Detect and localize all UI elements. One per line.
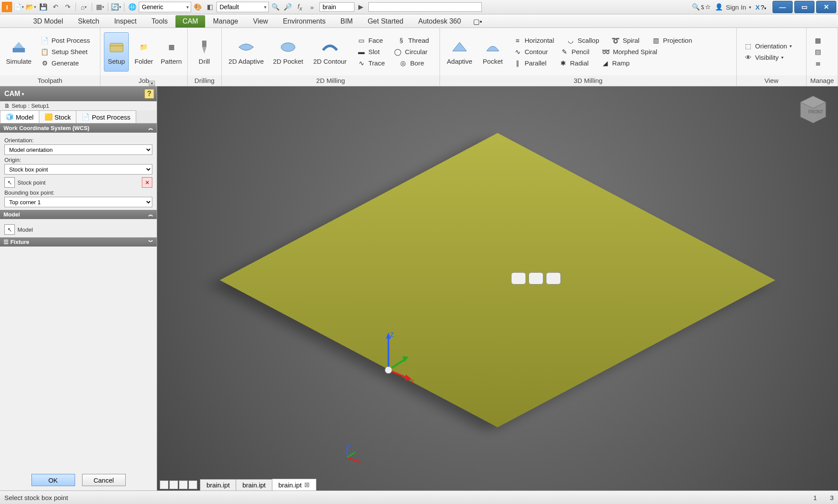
search-input[interactable] <box>319 2 354 12</box>
search-go-icon[interactable]: ▶ <box>355 1 367 13</box>
new-icon[interactable]: 📄▾ <box>13 1 24 13</box>
close-tab-icon[interactable]: ⊠ <box>304 481 310 489</box>
tab-bim[interactable]: BIM <box>333 15 360 27</box>
visibility-button[interactable]: 👁Visibility ▾ <box>740 52 795 63</box>
help-icon[interactable]: ?▾ <box>761 3 766 11</box>
tab-autodesk-360[interactable]: Autodesk 360 <box>411 15 468 27</box>
3d-viewport[interactable]: Z X Z X FRONT <box>157 86 838 490</box>
bbox-select[interactable]: Top corner 1 <box>4 197 152 207</box>
doc-nav-4[interactable] <box>189 480 197 489</box>
fixture-section-header[interactable]: ☰ Fixture︾ <box>0 237 157 247</box>
tab-3d-model[interactable]: 3D Model <box>26 15 70 27</box>
globe-icon[interactable]: 🌐 <box>127 1 138 13</box>
panel-close-button[interactable]: × <box>149 81 155 86</box>
generate-button[interactable]: ⚙Generate <box>37 58 93 69</box>
drill-button[interactable]: Drill <box>191 32 217 72</box>
mini-btn-3[interactable] <box>546 272 561 285</box>
post-process-button[interactable]: 📄Post Process <box>37 35 93 46</box>
pencil-button[interactable]: ✎Pencil <box>556 47 593 57</box>
tab-cam[interactable]: CAM <box>175 15 205 27</box>
appearance-combo[interactable]: Default <box>216 2 269 12</box>
spiral-button[interactable]: ➰Spiral <box>608 35 643 46</box>
2d-adaptive-button[interactable]: 2D Adaptive <box>225 32 267 72</box>
3d-pocket-button[interactable]: Pocket <box>478 32 507 72</box>
fx-icon[interactable]: fx <box>294 1 306 13</box>
doc-tab-3[interactable]: brain.ipt ⊠ <box>272 479 316 490</box>
adjust-remove-icon[interactable]: 🔎 <box>282 1 293 13</box>
trace-button[interactable]: ∿Trace <box>354 58 388 69</box>
doc-tab-2[interactable]: brain.ipt <box>236 479 272 490</box>
panel-tab-model[interactable]: 🧊Model <box>0 110 39 123</box>
morphed-spiral-button[interactable]: ➿Morphed Spiral <box>598 47 661 57</box>
doc-nav-1[interactable] <box>160 480 168 489</box>
ok-button[interactable]: OK <box>31 474 75 486</box>
parallel-button[interactable]: ∥Parallel <box>510 58 550 69</box>
slot-button[interactable]: ▬Slot <box>354 47 383 57</box>
home-icon[interactable]: ⌂▾ <box>78 1 89 13</box>
sign-in-button[interactable]: 👤 Sign In ▾ <box>711 3 755 11</box>
search-icon[interactable]: 🔍 <box>692 3 700 11</box>
panel-tab-post[interactable]: 📄Post Process <box>76 110 136 123</box>
material-combo[interactable]: Generic <box>139 2 191 12</box>
simulate-button[interactable]: Simulate <box>3 32 34 72</box>
pattern-button[interactable]: ▦ Pattern <box>159 32 184 72</box>
adjust-add-icon[interactable]: 🔍 <box>270 1 281 13</box>
redo-icon[interactable]: ↷ <box>62 1 73 13</box>
color-wheel-icon[interactable]: 🎨 <box>192 1 203 13</box>
axis-gizmo[interactable]: Z X <box>375 331 419 383</box>
key-icon[interactable]: ऽ <box>701 3 704 11</box>
setup-button[interactable]: Setup <box>104 32 129 72</box>
ramp-button[interactable]: ◢Ramp <box>598 58 633 69</box>
panel-help-button[interactable]: ? <box>144 89 154 99</box>
window-close-button[interactable]: ✕ <box>816 1 836 13</box>
tab-view[interactable]: View <box>246 15 275 27</box>
orientation-button[interactable]: ⬚Orientation ▾ <box>740 41 795 51</box>
clear-point-button[interactable]: ✕ <box>142 177 152 188</box>
thread-button[interactable]: §Thread <box>393 35 433 46</box>
tab-get-started[interactable]: Get Started <box>361 15 410 27</box>
projection-button[interactable]: ▥Projection <box>648 35 696 46</box>
orientation-select[interactable]: Model orientation <box>4 144 152 155</box>
manage-btn-3[interactable]: ≣ <box>810 58 826 69</box>
pick-point-button[interactable]: ↖ <box>4 177 15 188</box>
mini-btn-2[interactable] <box>529 272 543 285</box>
qat-overflow-icon[interactable]: » <box>306 1 318 13</box>
select-icon[interactable]: ▦▾ <box>94 1 106 13</box>
2d-pocket-button[interactable]: 2D Pocket <box>270 32 306 72</box>
manage-btn-2[interactable]: ▤ <box>810 47 826 57</box>
3d-adaptive-button[interactable]: Adaptive <box>443 32 476 72</box>
model-section-header[interactable]: Model︽ <box>0 210 157 219</box>
save-icon[interactable]: 💾 <box>38 1 49 13</box>
refresh-icon[interactable]: 🔄▾ <box>110 1 122 13</box>
tab-environments[interactable]: Environments <box>276 15 333 27</box>
radial-button[interactable]: ✱Radial <box>555 58 592 69</box>
horizontal-button[interactable]: ≡Horizontal <box>510 35 558 46</box>
doc-nav-2[interactable] <box>169 480 178 489</box>
origin-select[interactable]: Stock box point <box>4 164 152 175</box>
undo-icon[interactable]: ↶ <box>50 1 61 13</box>
app-icon[interactable]: I <box>2 2 12 12</box>
exchange-icon[interactable]: X <box>756 3 760 11</box>
window-minimize-button[interactable]: — <box>773 1 793 13</box>
tab-sketch[interactable]: Sketch <box>71 15 106 27</box>
circular-button[interactable]: ◯Circular <box>390 47 431 57</box>
tab-online-icon[interactable]: ▢• <box>469 16 487 27</box>
folder-button[interactable]: 📁 Folder <box>131 32 156 72</box>
panel-tab-stock[interactable]: 🟨Stock <box>39 110 77 123</box>
help-search-box[interactable] <box>368 2 482 12</box>
tab-tools[interactable]: Tools <box>144 15 175 27</box>
manage-btn-1[interactable]: ▦ <box>810 35 826 46</box>
pick-model-button[interactable]: ↖ <box>4 224 15 235</box>
contour-3d-button[interactable]: ∿Contour <box>510 47 551 57</box>
bore-button[interactable]: ◎Bore <box>395 58 428 69</box>
appearance-icon[interactable]: ◧ <box>204 1 216 13</box>
window-maximize-button[interactable]: ▭ <box>794 1 814 13</box>
tab-manage[interactable]: Manage <box>206 15 245 27</box>
scallop-button[interactable]: ◡Scallop <box>563 35 603 46</box>
wcs-section-header[interactable]: Work Coordinate System (WCS)︽ <box>0 123 157 133</box>
doc-nav-3[interactable] <box>179 480 188 489</box>
favorite-icon[interactable]: ☆ <box>705 3 711 11</box>
2d-contour-button[interactable]: 2D Contour <box>309 32 351 72</box>
view-cube[interactable]: FRONT <box>798 93 828 124</box>
cancel-button[interactable]: Cancel <box>82 474 126 486</box>
